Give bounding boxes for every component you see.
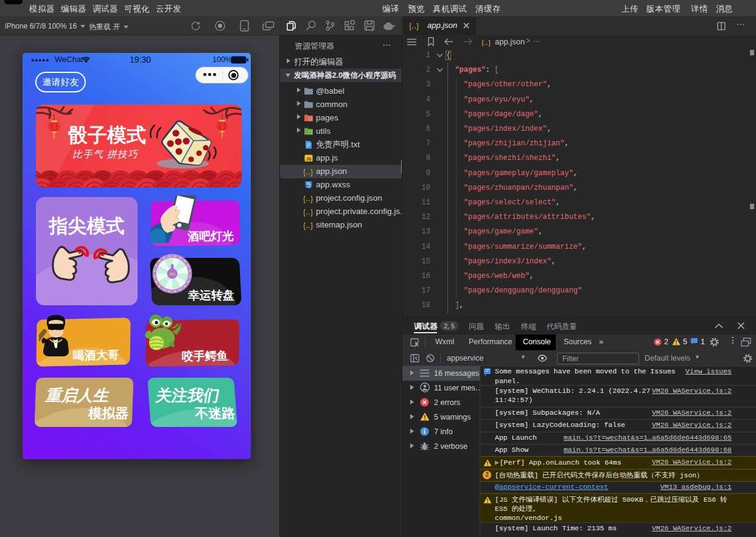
svg-text:{..}: {..} [303,168,313,177]
svg-text:GO: GO [169,272,175,276]
svg-text:JS: JS [306,156,311,162]
svg-text:{..}: {..} [303,195,313,204]
svg-text:{..}: {..} [303,222,313,230]
svg-text:{..}: {..} [303,209,313,217]
svg-text:{..}: {..} [481,40,491,47]
svg-text:{..}: {..} [409,23,419,30]
